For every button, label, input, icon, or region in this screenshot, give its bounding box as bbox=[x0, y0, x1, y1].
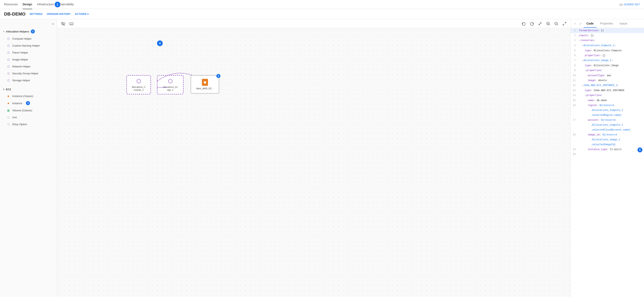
tab-inputs[interactable]: Inputs bbox=[617, 20, 630, 28]
line-num-10: 10 bbox=[571, 73, 578, 78]
tour-bubble-4: 4 bbox=[157, 40, 163, 46]
undo-btn[interactable] bbox=[521, 21, 526, 27]
right-panel: » ⤢ Code Properties Inputs 1 formatVersi… bbox=[570, 19, 644, 297]
guided-set-btn[interactable]: 📖 GUIDED SET bbox=[619, 3, 640, 6]
panel-collapse-left-btn[interactable]: » bbox=[573, 22, 577, 26]
sidebar-item-label: Image Helper bbox=[12, 58, 28, 61]
sidebar-item-volume-classic[interactable]: ▦ Volume (Classic) bbox=[0, 107, 57, 114]
image-node-icon: ⬡ bbox=[168, 78, 173, 84]
svg-line-5 bbox=[549, 24, 550, 25]
code-line-8: 8 type: Allocations.Image bbox=[571, 63, 644, 68]
line-content-14: ▾properties: bbox=[578, 93, 644, 98]
line-num-1: 1 bbox=[571, 28, 578, 33]
network-helper-icon: ⬡ bbox=[6, 65, 10, 68]
code-line-7: 7 ▾Allocations_Image_1: bbox=[571, 58, 644, 63]
sidebar-item-image[interactable]: ⬡ Image Helper bbox=[0, 56, 57, 63]
code-line-16b: .Allocations_Compute_1 bbox=[571, 108, 644, 113]
storage-helper-icon: ⬡ bbox=[6, 78, 10, 82]
svg-line-9 bbox=[557, 24, 558, 25]
zoom-out-btn[interactable] bbox=[554, 21, 559, 27]
nav-design[interactable]: Design bbox=[23, 0, 32, 9]
volume-classic-icon: ▦ bbox=[6, 108, 10, 112]
actions-link[interactable]: ACTIONS bbox=[75, 13, 89, 16]
line-num-3: 3 bbox=[571, 38, 578, 43]
sidebar-item-dhcp[interactable]: ⬡ Dhcp Option bbox=[0, 121, 57, 128]
code-line-3: 3 ▾resources: bbox=[571, 38, 644, 43]
canvas-node-image[interactable]: ⬡ Allocations_Image_1 bbox=[157, 75, 184, 94]
sidebar-item-custom-naming[interactable]: ⬡ Custom Naming Helper bbox=[0, 42, 57, 49]
code-line-17: 17 account: ${resource bbox=[571, 118, 644, 122]
code-line-14: 14 ▾properties: bbox=[571, 93, 644, 98]
sidebar-collapse-btn[interactable]: « bbox=[51, 21, 55, 26]
code-line-16: 16 region: ${resource bbox=[571, 103, 644, 108]
code-line-11: 11 image: ubuntu bbox=[571, 78, 644, 83]
visibility-toggle-btn[interactable] bbox=[60, 21, 66, 27]
sidebar-item-ami[interactable]: ⬡ Ami bbox=[0, 114, 57, 121]
sidebar-item-storage[interactable]: ⬡ Storage Helper bbox=[0, 77, 57, 84]
line-content-16b: .Allocations_Compute_1 bbox=[578, 108, 644, 112]
nav-extensibility[interactable]: Extensibility bbox=[59, 0, 74, 9]
line-num-16: 16 bbox=[571, 103, 578, 108]
settings-link[interactable]: SETTINGS bbox=[30, 13, 42, 16]
line-content-1: formatVersion: 1| bbox=[578, 28, 644, 33]
tab-code[interactable]: Code bbox=[584, 20, 596, 28]
line-content-15: name: db-demo bbox=[578, 98, 644, 103]
badge-num-2: 2 bbox=[216, 74, 220, 78]
line-content-3: ▾resources: bbox=[578, 38, 644, 43]
canvas[interactable]: 4 ⬡ Allocations_Compute_1 ⬡ Allocations_… bbox=[57, 28, 570, 297]
instance-icon: ■ bbox=[6, 101, 10, 105]
keyboard-shortcut-btn[interactable] bbox=[68, 21, 74, 27]
code-line-19: 19 instance_type: t1.micro 5 bbox=[571, 147, 644, 152]
line-content-17: account: ${resource bbox=[578, 118, 644, 122]
code-line-13: 13 type: Idem.AWS.EC2.INSTANCE bbox=[571, 88, 644, 93]
tour-bubble-2: 2 bbox=[31, 29, 35, 34]
panel-expand-icon[interactable]: ⤢ bbox=[578, 22, 583, 26]
sidebar-item-security-group[interactable]: ⬡ Security Group Helper bbox=[0, 70, 57, 77]
line-num-17: 17 bbox=[571, 118, 578, 122]
line-content-5: type: Allocations.Compute bbox=[578, 48, 644, 53]
sidebar-item-label: Network Helper bbox=[12, 65, 30, 68]
fit-view-btn[interactable] bbox=[537, 21, 543, 27]
ec2-section-header[interactable]: ▾ EC2 bbox=[0, 86, 57, 92]
version-history-link[interactable]: VERSION HISTORY bbox=[47, 13, 71, 16]
redo-btn[interactable] bbox=[529, 21, 535, 27]
line-num-18: 18 bbox=[571, 132, 578, 137]
nav-infrastructure[interactable]: Infrastructure bbox=[37, 0, 54, 9]
tab-properties[interactable]: Properties bbox=[597, 20, 616, 28]
line-num-20: 20 bbox=[571, 152, 578, 157]
sidebar-item-label: Compute Helper bbox=[12, 37, 32, 40]
sidebar-item-instance-classic[interactable]: ■ Instance (Classic) bbox=[0, 92, 57, 99]
sidebar-item-label: Dhcp Option bbox=[12, 123, 27, 126]
section-arrow-down: ▾ bbox=[3, 31, 4, 33]
line-content-16: region: ${resource bbox=[578, 103, 644, 108]
fullscreen-btn[interactable] bbox=[562, 21, 567, 27]
custom-naming-icon: ⬡ bbox=[6, 44, 10, 47]
compute-node-label: Allocations_Compute_1 bbox=[132, 86, 146, 91]
svg-line-12 bbox=[563, 24, 564, 25]
sidebar-item-network[interactable]: ⬡ Network Helper bbox=[0, 63, 57, 70]
sidebar-item-label: Ami bbox=[12, 116, 17, 119]
code-line-18b: .Allocations_Image_1 bbox=[571, 137, 644, 142]
allocation-helpers-label: Allocation Helpers bbox=[6, 30, 29, 33]
allocation-helpers-header[interactable]: ▾ Allocation Helpers 2 bbox=[0, 28, 57, 35]
code-line-1: 1 formatVersion: 1| bbox=[571, 28, 644, 33]
image-node-label: Allocations_Image_1 bbox=[163, 86, 178, 91]
nav-resources[interactable]: Resources bbox=[4, 0, 18, 9]
line-num-12: 12 bbox=[571, 83, 578, 88]
sidebar-item-label: Custom Naming Helper bbox=[12, 44, 40, 47]
sidebar-item-label: Security Group Helper bbox=[12, 72, 38, 75]
line-num-14: 14 bbox=[571, 93, 578, 98]
right-panel-header: » ⤢ Code Properties Inputs bbox=[571, 19, 644, 28]
instance-classic-icon: ■ bbox=[6, 94, 10, 98]
sidebar-item-label: Instance (Classic) bbox=[12, 95, 33, 98]
idem-node-label: Idem_AWS_EC... bbox=[196, 87, 214, 90]
sidebar-item-instance[interactable]: ■ Instance 3 bbox=[0, 99, 57, 107]
canvas-node-idem[interactable]: 2 ■ Idem_AWS_EC... bbox=[191, 75, 219, 94]
sidebar-item-compute[interactable]: ⬡ Compute Helper bbox=[0, 35, 57, 42]
canvas-node-compute[interactable]: ⬡ Allocations_Compute_1 bbox=[126, 75, 151, 94]
page-title: DB-DEMO bbox=[4, 12, 26, 17]
book-icon: 📖 bbox=[619, 3, 622, 6]
line-content-9: ▾properties: bbox=[578, 68, 644, 73]
sidebar-item-flavor[interactable]: ⬡ Flavor Helper bbox=[0, 49, 57, 56]
zoom-in-btn[interactable] bbox=[545, 21, 551, 27]
